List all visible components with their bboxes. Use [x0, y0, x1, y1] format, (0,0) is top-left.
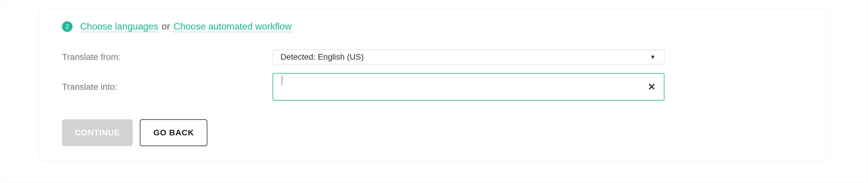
continue-button[interactable]: CONTINUE	[62, 119, 133, 146]
step-title: Choose languages or Choose automated wor…	[80, 21, 291, 32]
go-back-button[interactable]: GO BACK	[140, 119, 207, 146]
translate-into-row: Translate into: | ✕	[62, 73, 806, 100]
close-icon[interactable]: ✕	[648, 82, 656, 92]
choose-languages-link[interactable]: Choose languages	[80, 21, 158, 32]
step-number-badge: 2	[62, 21, 72, 32]
button-row: CONTINUE GO BACK	[62, 119, 806, 146]
translate-from-select-wrapper: Detected: English (US) ▼	[273, 50, 664, 64]
translate-into-input[interactable]: |	[273, 73, 664, 100]
choose-workflow-link[interactable]: Choose automated workflow	[174, 21, 291, 32]
translate-from-row: Translate from: Detected: English (US) ▼	[62, 50, 806, 64]
step-header: 2 Choose languages or Choose automated w…	[62, 21, 806, 32]
translate-into-input-wrapper: | ✕	[273, 73, 664, 100]
translate-from-value: Detected: English (US)	[280, 52, 364, 62]
page-frame: 2 Choose languages or Choose automated w…	[0, 0, 868, 183]
step-card: 2 Choose languages or Choose automated w…	[38, 9, 830, 161]
text-cursor: |	[281, 74, 283, 85]
step-or-text: or	[162, 21, 170, 32]
translate-into-label: Translate into:	[62, 82, 273, 92]
translate-from-label: Translate from:	[62, 52, 273, 62]
translate-from-select[interactable]: Detected: English (US)	[273, 50, 664, 64]
